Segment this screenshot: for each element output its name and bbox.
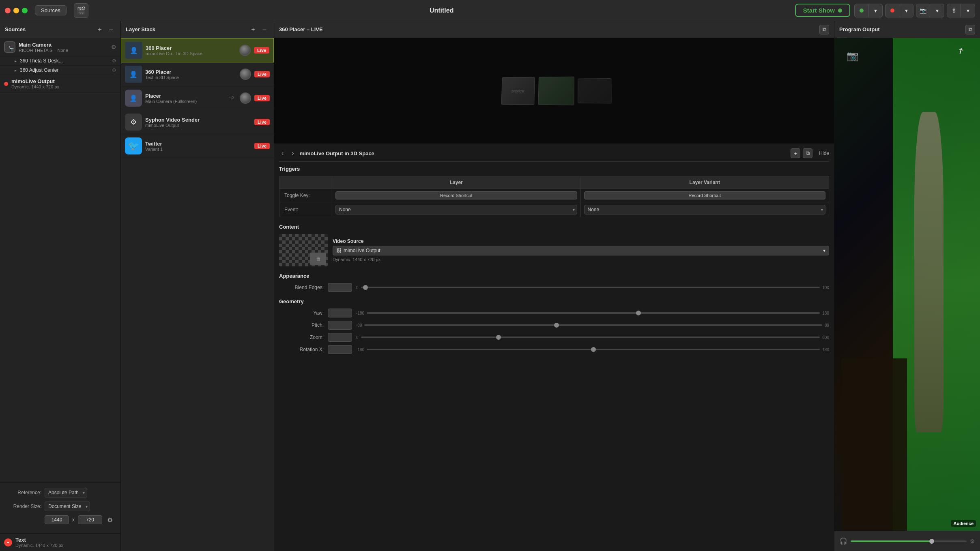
record-chevron-btn[interactable]: ▾ — [899, 4, 913, 17]
pitch-slider[interactable] — [364, 324, 822, 326]
event-none-2-cell: None — [580, 202, 829, 217]
record-red-btn[interactable] — [885, 4, 899, 17]
sources-remove-button[interactable]: – — [107, 25, 116, 34]
placer-shortcut-icon: ⌃P — [228, 96, 234, 101]
layer-info-360placer2: 360 Placer Text in 3D Space — [145, 69, 236, 80]
expand-view-btn[interactable]: ⧉ — [819, 25, 829, 34]
render-size-select-wrapper[interactable]: Document Size — [45, 502, 90, 511]
appearance-title: Appearance — [279, 273, 829, 279]
yaw-input[interactable] — [328, 309, 352, 317]
layer-item-360placer1[interactable]: 👤 360 Placer mimoLive Ou...t in 3D Space… — [121, 38, 274, 62]
live-badge-placer[interactable]: Live — [254, 95, 270, 101]
gear-icon-main-camera[interactable]: ⚙ — [111, 44, 116, 50]
rotation-thumb[interactable] — [591, 347, 596, 352]
event-none-2-select-wrapper[interactable]: None — [584, 205, 826, 214]
record-shortcut-2-button[interactable]: Record Shortcut — [584, 191, 826, 199]
audio-slider-thumb[interactable] — [929, 539, 934, 544]
live-badge-twitter[interactable]: Live — [254, 143, 270, 149]
source-tree-360theta[interactable]: ▸ 360 Theta S Desk... ⚙ — [0, 56, 120, 66]
record-shortcut-2-cell: Record Shortcut — [580, 189, 829, 202]
output-green-btn[interactable] — [855, 4, 868, 17]
layer-sub-placer: Main Camera (Fullscreen) — [145, 99, 225, 104]
yaw-slider[interactable] — [367, 312, 820, 314]
source-info-milive: mimoLive Output Dynamic. 1440 x 720 px — [11, 78, 116, 89]
layer-item-placer[interactable]: 👤 Placer Main Camera (Fullscreen) ⌃P Liv… — [121, 86, 274, 110]
layer-add-button[interactable]: + — [249, 25, 258, 34]
event-none-2-select[interactable]: None — [584, 205, 826, 214]
height-input[interactable] — [78, 515, 102, 524]
yaw-thumb[interactable] — [636, 311, 641, 315]
minimize-button[interactable] — [13, 8, 19, 13]
reference-row: Reference: Absolute Path — [5, 488, 116, 497]
layer-dial-360placer1[interactable] — [239, 45, 251, 56]
event-none-1-select-wrapper[interactable]: None — [335, 205, 577, 214]
audio-gear-icon[interactable]: ⚙ — [970, 538, 975, 545]
output-chevron-btn[interactable]: ▾ — [868, 4, 882, 17]
layer-dial-360placer2[interactable] — [240, 69, 251, 80]
pitch-thumb[interactable] — [554, 323, 559, 328]
event-none-1-select[interactable]: None — [335, 205, 577, 214]
chevron-down-icon-2: ▾ — [905, 7, 908, 14]
source-name-text: Text — [15, 537, 116, 543]
live-badge-360placer1[interactable]: Live — [254, 47, 269, 54]
render-size-select[interactable]: Document Size — [45, 502, 90, 511]
pitch-input[interactable] — [328, 321, 352, 330]
record-group: ▾ — [885, 4, 913, 17]
start-show-button[interactable]: Start Show — [795, 4, 850, 17]
gear-icon-360theta[interactable]: ⚙ — [112, 58, 116, 64]
film-icon[interactable]: 🎬 — [74, 3, 88, 18]
zoom-slider[interactable] — [361, 337, 820, 338]
layer-col-header: Layer — [332, 176, 581, 189]
live-badge-360placer2[interactable]: Live — [254, 71, 270, 77]
record-shortcut-1-button[interactable]: Record Shortcut — [335, 191, 577, 199]
nav-forward-button[interactable]: › — [289, 149, 296, 158]
source-item-main-camera[interactable]: 1 📷 Main Camera RICOH THETA S – None ⚙ — [0, 38, 120, 56]
traffic-lights — [5, 8, 28, 13]
camera-btn[interactable]: 📷 — [916, 4, 930, 17]
reference-select[interactable]: Absolute Path — [45, 488, 87, 497]
gear-icon-360adjust[interactable]: ⚙ — [112, 67, 116, 73]
layer-dial-placer[interactable] — [240, 92, 251, 104]
source-tree-360adjust[interactable]: ▸ 360 Adjust Center ⚙ — [0, 66, 120, 75]
output-header: Program Output ⧉ — [834, 21, 980, 38]
layer-remove-button[interactable]: – — [260, 25, 269, 34]
layer-item-syphon[interactable]: ⚙ Syphon Video Sender mimoLive Output Li… — [121, 110, 274, 134]
screen-inner-2 — [538, 77, 574, 105]
camera-chevron-btn[interactable]: ▾ — [930, 4, 944, 17]
add-nav-btn[interactable]: + — [791, 148, 800, 158]
blend-edges-thumb[interactable] — [363, 285, 368, 290]
share-btn[interactable]: ⇪ — [947, 4, 961, 17]
layer-item-360placer2[interactable]: 👤 360 Placer Text in 3D Space Live — [121, 62, 274, 86]
source-item-milive[interactable]: mimoLive Output Dynamic. 1440 x 720 px — [0, 75, 120, 93]
layer-item-twitter[interactable]: 🐦 Twitter Variant 1 Live — [121, 134, 274, 158]
zoom-thumb[interactable] — [496, 335, 501, 340]
source-item-text[interactable]: ● Text Dynamic. 1440 x 720 px — [0, 533, 120, 551]
rotation-input[interactable] — [328, 345, 352, 354]
record-shortcut-1-cell: Record Shortcut — [332, 189, 581, 202]
layer-info-360placer1: 360 Placer mimoLive Ou...t in 3D Space — [146, 45, 236, 56]
video-source-select[interactable]: 🖼 mimoLive Output ▾ — [333, 246, 829, 255]
sources-add-button[interactable]: + — [95, 25, 104, 34]
share-chevron-btn[interactable]: ▾ — [961, 4, 975, 17]
blend-edges-slider[interactable] — [361, 287, 820, 288]
reference-select-wrapper[interactable]: Absolute Path — [45, 488, 87, 497]
green-indicator — [860, 9, 864, 13]
audio-slider[interactable] — [851, 540, 967, 542]
blend-edges-input[interactable] — [328, 283, 352, 292]
width-input[interactable] — [45, 515, 69, 524]
video-source-info: Video Source 🖼 mimoLive Output ▾ Dynamic… — [333, 238, 829, 262]
copy-nav-btn[interactable]: ⧉ — [803, 148, 812, 158]
fullscreen-button[interactable] — [22, 8, 28, 13]
close-button[interactable] — [5, 8, 11, 13]
output-expand-btn[interactable]: ⧉ — [965, 25, 975, 34]
zoom-label: Zoom: — [279, 334, 324, 340]
hide-button[interactable]: Hide — [819, 150, 829, 156]
nav-back-button[interactable]: ‹ — [279, 149, 286, 158]
zoom-input[interactable] — [328, 333, 352, 342]
layer-variant-col-header: Layer Variant — [580, 176, 829, 189]
live-badge-syphon[interactable]: Live — [254, 119, 270, 125]
rotation-slider[interactable] — [367, 349, 820, 350]
sources-panel-button[interactable]: Sources — [35, 5, 67, 15]
size-settings-btn[interactable]: ⚙ — [105, 515, 114, 524]
start-show-label: Start Show — [803, 7, 835, 14]
